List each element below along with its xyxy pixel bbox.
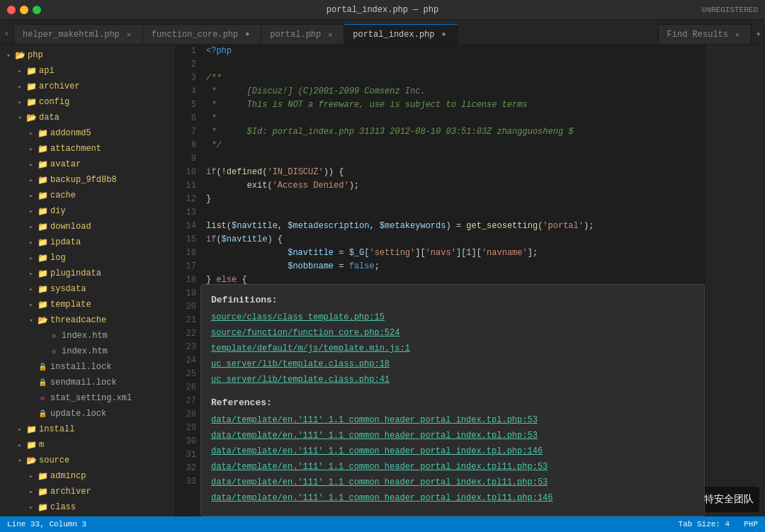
sidebar-item-backup-9fd8b8[interactable]: ▸📁backup_9fd8b8 <box>0 172 175 188</box>
tree-item-label: stat_setting.xml <box>50 393 132 403</box>
sidebar-item-attachment[interactable]: ▸📁attachment <box>0 141 175 157</box>
minimap <box>706 45 765 47</box>
tab-function[interactable]: function_core.php ● <box>143 24 261 44</box>
reference-link[interactable]: data/template/en.'111'_1.1_common_header… <box>211 445 694 458</box>
folder-icon: 📁 <box>26 96 37 108</box>
code-line: <?php <box>206 45 705 58</box>
tab-scroll-left[interactable]: ‹ <box>0 24 14 44</box>
sidebar-item-index-htm[interactable]: ◇index.htm <box>0 344 175 359</box>
tree-arrow-icon: ▾ <box>14 112 26 123</box>
reference-link[interactable]: data/template/en.'111'_1.1_common_header… <box>211 414 694 427</box>
tree-arrow-icon: ▸ <box>14 439 26 451</box>
sidebar-item-admincp[interactable]: ▸📁admincp <box>0 468 175 484</box>
tree-item-label: addonmd5 <box>50 128 91 138</box>
tree-arrow-icon: ▸ <box>26 252 37 264</box>
sidebar-item-update-lock[interactable]: 🔒update.lock <box>0 406 175 421</box>
code-line <box>206 206 705 220</box>
definition-link[interactable]: uc_server/lib/template.class.php:18 <box>211 358 694 371</box>
code-line: */ <box>206 139 705 152</box>
sidebar-item-sendmail-lock[interactable]: 🔒sendmail.lock <box>0 375 175 390</box>
code-line <box>206 58 705 72</box>
tab-label: portal.php <box>270 30 321 40</box>
close-button[interactable] <box>7 6 16 14</box>
line-number: 1 <box>176 45 196 58</box>
sidebar-item-addonmd5[interactable]: ▸📁addonmd5 <box>0 125 175 141</box>
tab-close-function[interactable]: ● <box>242 30 252 40</box>
reference-link[interactable]: data/template/en.'111'_1.1_common_header… <box>211 476 694 489</box>
sidebar-item-install[interactable]: ▸📁install <box>0 421 175 437</box>
maximize-button[interactable] <box>33 6 41 14</box>
line-number: 2 <box>176 58 196 72</box>
tree-item-label: archiver <box>39 81 80 91</box>
code-line: * This is NOT a freeware, use is subject… <box>206 98 705 112</box>
sidebar-item-template[interactable]: ▸📁template <box>0 297 175 312</box>
reference-link[interactable]: data/template/en.'111'_1.1_common_header… <box>211 492 694 505</box>
sidebar-item-install-lock[interactable]: 🔒install.lock <box>0 359 175 375</box>
file-icon: 🔒 <box>37 361 48 373</box>
tab-close-portal[interactable]: ✕ <box>325 30 335 40</box>
tab-helper[interactable]: helper_makehtml.php ✕ <box>14 24 143 44</box>
tree-item-label: sendmail.lock <box>50 378 117 387</box>
sidebar-item-class[interactable]: ▸📁class <box>0 499 175 515</box>
tree-item-label: m <box>39 440 44 450</box>
tree-item-label: class <box>50 502 76 512</box>
folder-icon: 📁 <box>37 174 48 186</box>
sidebar-item-function[interactable]: ▸📁function <box>0 515 175 516</box>
tree-arrow-icon: ▸ <box>26 470 37 482</box>
line-number: 16 <box>176 247 196 260</box>
line-number: 23 <box>176 341 196 354</box>
definition-link[interactable]: source/class/class_template.php:15 <box>211 311 694 324</box>
find-results-close[interactable]: ✕ <box>732 30 742 40</box>
sidebar-item-stat-setting-xml[interactable]: ◇stat_setting.xml <box>0 390 175 406</box>
minimize-button[interactable] <box>20 6 28 14</box>
status-position: Line 33, Column 3 <box>7 520 86 528</box>
sidebar-item-source[interactable]: ▾📂source <box>0 453 175 468</box>
folder-icon: 📁 <box>37 283 48 295</box>
sidebar-item-plugindata[interactable]: ▸📁plugindata <box>0 266 175 281</box>
sidebar-item-index-htm[interactable]: ◇index.htm <box>0 328 175 344</box>
line-number: 19 <box>176 287 196 300</box>
tab-label: portal_index.php <box>353 30 434 40</box>
sidebar-item-sysdata[interactable]: ▸📁sysdata <box>0 281 175 297</box>
code-line: list($navtitle, $metadescription, $metak… <box>206 220 705 233</box>
sidebar-item-ipdata[interactable]: ▸📁ipdata <box>0 234 175 250</box>
sidebar-item-archiver[interactable]: ▸📁archiver <box>0 484 175 499</box>
tab-close-portal_index[interactable]: ● <box>438 30 448 40</box>
tree-item-label: archiver <box>50 487 91 497</box>
reference-link[interactable]: data/template/en.'111'_1.1_common_header… <box>211 460 694 474</box>
tab-portal_index[interactable]: portal_index.php ● <box>344 24 458 44</box>
tab-dropdown-button[interactable]: ▾ <box>751 24 765 44</box>
tree-item-label: install.lock <box>50 362 111 372</box>
sidebar-item-download[interactable]: ▸📁download <box>0 219 175 234</box>
line-number: 8 <box>176 139 196 152</box>
sidebar-item-log[interactable]: ▸📁log <box>0 250 175 266</box>
sidebar-item-data[interactable]: ▾📂data <box>0 110 175 125</box>
file-htm-icon: ◇ <box>48 330 60 341</box>
right-panel <box>705 45 765 516</box>
sidebar-item-php[interactable]: ▾📂php <box>0 47 175 63</box>
tree-arrow-icon: ▸ <box>26 221 37 232</box>
sidebar-item-avatar[interactable]: ▸📁avatar <box>0 157 175 172</box>
sidebar-item-api[interactable]: ▸📁api <box>0 63 175 79</box>
sidebar-item-diy[interactable]: ▸📁diy <box>0 203 175 219</box>
line-number: 25 <box>176 368 196 381</box>
sidebar-item-config[interactable]: ▸📁config <box>0 94 175 110</box>
definition-link[interactable]: template/default/m/js/template.min.js:1 <box>211 342 694 356</box>
folder-icon: 📁 <box>37 486 48 497</box>
tree-arrow-icon: ▸ <box>26 159 37 170</box>
definition-link[interactable]: uc_server/lib/template.class.php:41 <box>211 373 694 387</box>
sidebar-item-threadcache[interactable]: ▾📂threadcache <box>0 312 175 328</box>
tree-arrow-icon: ▸ <box>26 205 37 217</box>
sidebar-item-archiver[interactable]: ▸📁archiver <box>0 79 175 94</box>
sidebar-item-cache[interactable]: ▸📁cache <box>0 188 175 203</box>
tree-arrow-icon <box>37 346 48 357</box>
reference-link[interactable]: data/template/en.'111'_1.1_common_header… <box>211 429 694 443</box>
tab-portal[interactable]: portal.php ✕ <box>261 24 344 44</box>
line-number: 24 <box>176 354 196 368</box>
tab-close-helper[interactable]: ✕ <box>124 30 134 40</box>
find-results-tab[interactable]: Find Results ✕ <box>658 24 751 44</box>
definition-link[interactable]: source/function/function_core.php:524 <box>211 327 694 340</box>
code-editor[interactable]: <?php /** * [Discuz!] (C)2001-2099 Comse… <box>200 45 705 516</box>
sidebar-item-m[interactable]: ▸📁m <box>0 437 175 453</box>
window-controls[interactable] <box>7 6 41 14</box>
